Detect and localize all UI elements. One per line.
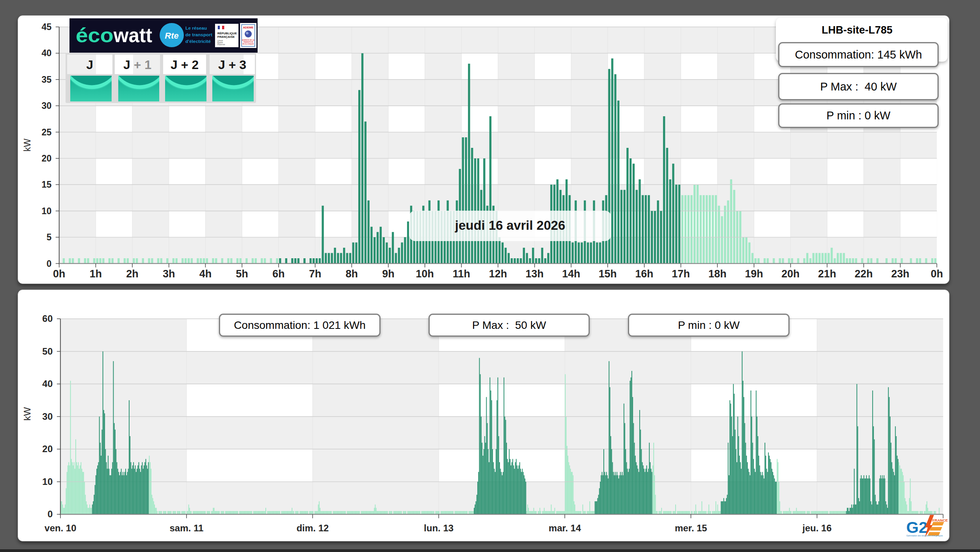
svg-text:sam. 11: sam. 11: [170, 523, 204, 533]
svg-text:d'électricité: d'électricité: [185, 39, 211, 44]
svg-text:0: 0: [48, 509, 53, 519]
svg-text:8h: 8h: [345, 268, 358, 280]
svg-text:éco: éco: [76, 24, 114, 46]
svg-text:6h: 6h: [272, 268, 285, 280]
svg-text:0: 0: [46, 259, 52, 269]
svg-text:G2: G2: [906, 518, 928, 536]
svg-text:22h: 22h: [855, 268, 873, 280]
svg-text:2h: 2h: [126, 268, 139, 280]
svg-text:J: J: [86, 58, 93, 72]
svg-text:J + 2: J + 2: [171, 58, 199, 72]
svg-text:J + 1: J + 1: [123, 58, 151, 72]
svg-text:40: 40: [41, 48, 52, 58]
svg-text:ven. 10: ven. 10: [44, 523, 76, 533]
svg-text:watt: watt: [113, 24, 152, 46]
svg-text:40: 40: [42, 378, 53, 389]
svg-text:13h: 13h: [525, 268, 544, 280]
svg-text:10: 10: [41, 206, 52, 216]
svg-text:ÉCOLOGIQUE: ÉCOLOGIQUE: [243, 43, 254, 45]
svg-text:18h: 18h: [708, 268, 727, 280]
svg-text:ADEME: ADEME: [243, 26, 253, 29]
svg-text:17h: 17h: [672, 268, 690, 280]
svg-text:12h: 12h: [489, 268, 507, 280]
svg-text:50: 50: [42, 346, 53, 357]
svg-text:mer. 15: mer. 15: [675, 523, 707, 533]
svg-text:de transport: de transport: [185, 32, 212, 37]
svg-text:23h: 23h: [891, 268, 909, 280]
svg-text:RÉPUBLIQUE: RÉPUBLIQUE: [217, 32, 237, 35]
svg-text:4h: 4h: [199, 268, 212, 280]
svg-text:FRANCE: FRANCE: [932, 518, 948, 522]
svg-text:7h: 7h: [309, 268, 322, 280]
svg-text:10h: 10h: [416, 268, 434, 280]
svg-text:3h: 3h: [163, 268, 175, 280]
svg-text:FRANÇAISE: FRANÇAISE: [217, 35, 235, 39]
svg-text:15h: 15h: [599, 268, 617, 280]
svg-text:20h: 20h: [781, 268, 800, 280]
svg-text:dim. 12: dim. 12: [297, 523, 329, 533]
svg-text:9h: 9h: [382, 268, 395, 280]
svg-text:35: 35: [41, 75, 52, 85]
svg-text:Le réseau: Le réseau: [185, 25, 207, 31]
svg-text:30: 30: [42, 411, 53, 422]
svg-text:kW: kW: [22, 138, 32, 152]
svg-text:30: 30: [41, 101, 52, 111]
svg-text:Fraternité: Fraternité: [217, 44, 225, 46]
svg-text:Rte: Rte: [165, 31, 178, 41]
svg-text:0h: 0h: [931, 268, 943, 280]
svg-text:60: 60: [42, 313, 53, 324]
svg-text:20: 20: [42, 444, 53, 454]
svg-text:45: 45: [41, 22, 52, 32]
svg-text:16h: 16h: [635, 268, 654, 280]
svg-text:Optimisation des ressources én: Optimisation des ressources énergétiques: [906, 534, 943, 537]
svg-text:jeudi 16 avril 2026: jeudi 16 avril 2026: [455, 218, 566, 233]
svg-text:J + 3: J + 3: [218, 58, 246, 72]
svg-text:kW: kW: [22, 407, 32, 421]
svg-text:5: 5: [46, 232, 52, 242]
svg-text:1h: 1h: [90, 268, 102, 280]
svg-text:11h: 11h: [453, 268, 470, 280]
svg-text:20: 20: [41, 153, 52, 163]
svg-text:10: 10: [42, 476, 53, 487]
svg-text:21h: 21h: [818, 268, 836, 280]
svg-text:19h: 19h: [745, 268, 763, 280]
svg-text:15: 15: [41, 179, 52, 190]
svg-text:jeu. 16: jeu. 16: [802, 523, 832, 533]
svg-text:25: 25: [41, 127, 52, 137]
svg-text:mar. 14: mar. 14: [549, 523, 581, 533]
svg-text:5h: 5h: [236, 268, 248, 280]
svg-text:0h: 0h: [53, 268, 66, 280]
svg-text:lun. 13: lun. 13: [424, 523, 454, 533]
svg-text:14h: 14h: [562, 268, 580, 280]
